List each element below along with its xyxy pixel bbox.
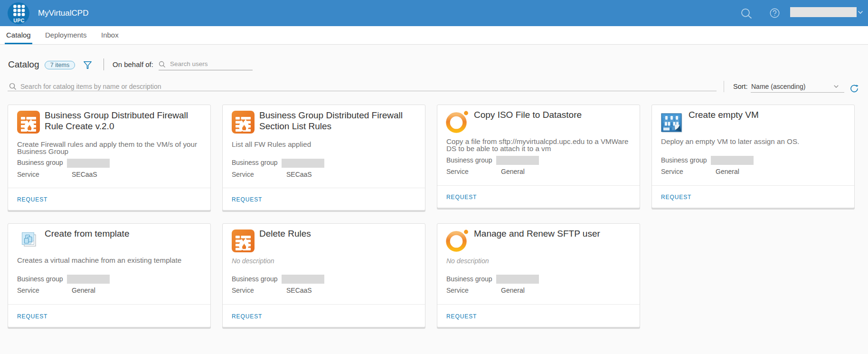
svg-text:UPC: UPC [13,17,24,23]
